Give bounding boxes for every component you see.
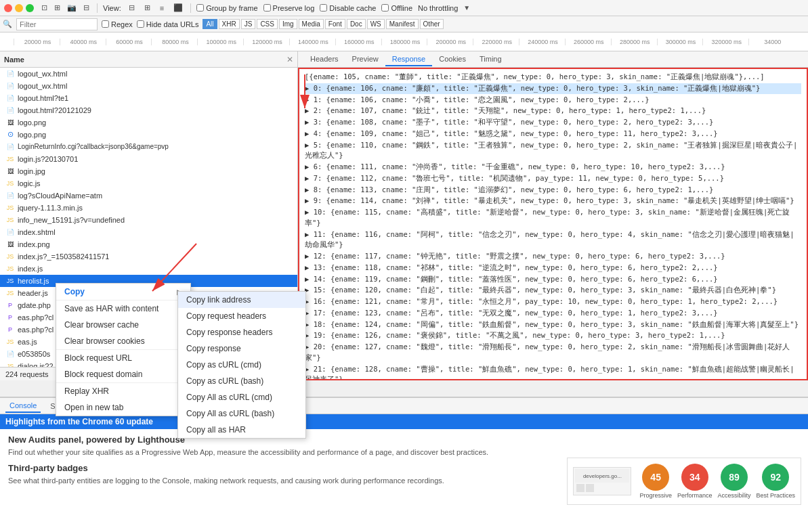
list-item[interactable]: 📄 index.shtml <box>0 226 297 238</box>
list-item[interactable]: 📄 logout_wx.html <box>0 80 297 92</box>
list-item[interactable]: JS index.js?_=1503582411571 <box>0 250 297 263</box>
context-menu: Copy ▶ Save as HAR with content Clear br… <box>56 283 191 416</box>
copy-menu-item[interactable]: Copy ▶ <box>56 284 190 300</box>
list-item[interactable]: 🖼 login.jpg <box>0 165 297 177</box>
copy-link-address-item[interactable]: Copy link address <box>178 292 305 308</box>
tab-headers[interactable]: Headers <box>303 53 345 66</box>
sub-context-menu: Copy link address Copy request headers C… <box>177 291 306 439</box>
page-icon: 📄 <box>5 81 15 91</box>
copy-curl-bash-item[interactable]: Copy as cURL (bash) <box>178 373 305 389</box>
list-item[interactable]: JS jquery-1.11.3.min.js <box>0 202 297 214</box>
regex-checkbox[interactable]: Regex <box>102 20 133 28</box>
disable-cache-checkbox[interactable]: Disable cache <box>320 4 376 12</box>
list-item[interactable]: 📄 logout.html?20121029 <box>0 104 297 116</box>
tab-cookies[interactable]: Cookies <box>432 53 473 66</box>
radio-icon: ⊙ <box>5 130 15 139</box>
list-item[interactable]: JS login.js?20130701 <box>0 153 297 165</box>
close-button[interactable] <box>4 4 12 12</box>
open-new-tab-menu-item[interactable]: Open in new tab <box>56 399 190 416</box>
mark-300k: 300000 ms <box>657 39 703 45</box>
copy-curl-cmd-item[interactable]: Copy as cURL (cmd) <box>178 357 305 373</box>
list-item[interactable]: 📄 logout_wx.html <box>0 68 297 80</box>
type-font-button[interactable]: Font <box>325 19 345 29</box>
list-item[interactable]: JS index.js <box>0 263 297 275</box>
copy-response-label: Copy response <box>186 344 241 353</box>
camera-icon[interactable]: 📷 <box>65 3 79 13</box>
type-xhr-button[interactable]: XHR <box>219 19 240 29</box>
type-css-button[interactable]: CSS <box>257 19 278 29</box>
file-panel-close-icon[interactable]: ✕ <box>286 55 293 64</box>
open-new-tab-label: Open in new tab <box>64 403 123 412</box>
layout-icon4[interactable]: ⬛ <box>171 3 185 13</box>
console-icon[interactable]: ⊞ <box>52 3 62 13</box>
preserve-log-checkbox[interactable]: Preserve log <box>263 4 315 12</box>
clear-cache-menu-item[interactable]: Clear browser cache <box>56 317 190 333</box>
group-by-frame-checkbox[interactable]: Group by frame <box>196 4 257 12</box>
list-item[interactable]: JS info_new_15191.js?v=undefined <box>0 214 297 226</box>
hide-data-urls-label: Hide data URLs <box>146 20 199 28</box>
copy-response-headers-item[interactable]: Copy response headers <box>178 324 305 340</box>
score-progressive-label: Progressive <box>639 492 672 499</box>
list-item[interactable]: JS logic.js <box>0 177 297 190</box>
clear-cookies-label: Clear browser cookies <box>64 336 145 346</box>
inspect-icon[interactable]: ⊡ <box>39 3 49 13</box>
minimize-button[interactable] <box>15 4 23 12</box>
copy-request-headers-label: Copy request headers <box>186 311 266 321</box>
copy-all-har-item[interactable]: Copy all as HAR <box>178 422 305 438</box>
block-url-menu-item[interactable]: Block request URL <box>56 349 190 366</box>
maximize-button[interactable] <box>26 4 34 12</box>
js-icon: JS <box>5 264 15 273</box>
tab-preview[interactable]: Preview <box>345 53 385 66</box>
response-line: ▶ 17: {ename: 123, cname: "呂布", title: "… <box>305 308 801 319</box>
copy-request-headers-item[interactable]: Copy request headers <box>178 308 305 324</box>
type-img-button[interactable]: Img <box>279 19 297 29</box>
copy-all-curl-bash-item[interactable]: Copy All as cURL (bash) <box>178 405 305 422</box>
list-item[interactable]: 📄 logout.html?te1 <box>0 92 297 104</box>
copy-curl-bash-label: Copy as cURL (bash) <box>186 376 263 386</box>
type-js-button[interactable]: JS <box>241 19 256 29</box>
type-other-button[interactable]: Other <box>420 19 444 29</box>
preserve-log-label: Preserve log <box>273 4 315 12</box>
tab-response[interactable]: Response <box>385 53 433 66</box>
replay-xhr-menu-item[interactable]: Replay XHR <box>56 382 190 399</box>
list-item[interactable]: 📄 log?sCloudApiName=atm <box>0 190 297 202</box>
response-line: ▶ 5: {ename: 110, cname: "鋼鉄", title: "王… <box>305 140 801 162</box>
list-item[interactable]: 📄 LoginReturnInfo.cgi?callback=jsonp36&g… <box>0 141 297 153</box>
offline-checkbox[interactable]: Offline <box>381 4 412 12</box>
clear-cookies-menu-item[interactable]: Clear browser cookies <box>56 333 190 349</box>
score-performance: 34 Performance <box>677 464 713 499</box>
filter-input[interactable] <box>16 18 98 30</box>
type-media-button[interactable]: Media <box>299 19 324 29</box>
type-manifest-button[interactable]: Manifest <box>386 19 419 29</box>
mark-40k: 40000 ms <box>60 39 106 45</box>
block-domain-menu-item[interactable]: Block request domain <box>56 366 190 382</box>
response-line: ▶ 21: {ename: 128, cname: "曹操", title: "… <box>305 364 801 381</box>
top-toolbar: ⊡ ⊞ 📷 ⊟ View: ⊟ ⊞ ≡ ⬛ Group by frame Pre… <box>0 0 808 16</box>
page-icon: 📄 <box>5 142 15 152</box>
filter-icon[interactable]: ⊟ <box>81 3 91 13</box>
mark-320k: 320000 ms <box>702 39 748 45</box>
tab-timing[interactable]: Timing <box>473 53 509 66</box>
throttling-label: No throttling <box>418 4 458 12</box>
copy-all-curl-cmd-item[interactable]: Copy All as cURL (cmd) <box>178 389 305 405</box>
copy-response-item[interactable]: Copy response <box>178 340 305 357</box>
type-all-button[interactable]: All <box>203 19 217 29</box>
layout-icon2[interactable]: ⊞ <box>142 3 152 13</box>
throttling-arrow-icon[interactable]: ▼ <box>463 4 470 12</box>
page-icon: 📄 <box>5 93 15 103</box>
type-ws-button[interactable]: WS <box>367 19 385 29</box>
layout-icon3[interactable]: ≡ <box>158 3 166 13</box>
list-item[interactable]: ⊙ logo.png <box>0 129 297 141</box>
type-doc-button[interactable]: Doc <box>347 19 366 29</box>
save-har-menu-item[interactable]: Save as HAR with content <box>56 300 190 317</box>
response-line: ▶ 18: {ename: 124, cname: "岡偏", title: "… <box>305 319 801 330</box>
js-icon: JS <box>5 203 15 213</box>
hide-data-urls-checkbox[interactable]: Hide data URLs <box>137 20 199 28</box>
tab-console[interactable]: Console <box>5 399 41 413</box>
response-panel: Headers Preview Response Cookies Timing … <box>298 51 808 380</box>
list-item[interactable]: 🖼 index.png <box>0 238 297 250</box>
list-item[interactable]: 🖼 logo.png <box>0 116 297 129</box>
response-line: ▶ 14: {ename: 119, cname: "鋼刪", title: "… <box>305 274 801 285</box>
layout-icon[interactable]: ⊟ <box>127 3 137 13</box>
js-icon: JS <box>5 276 15 286</box>
